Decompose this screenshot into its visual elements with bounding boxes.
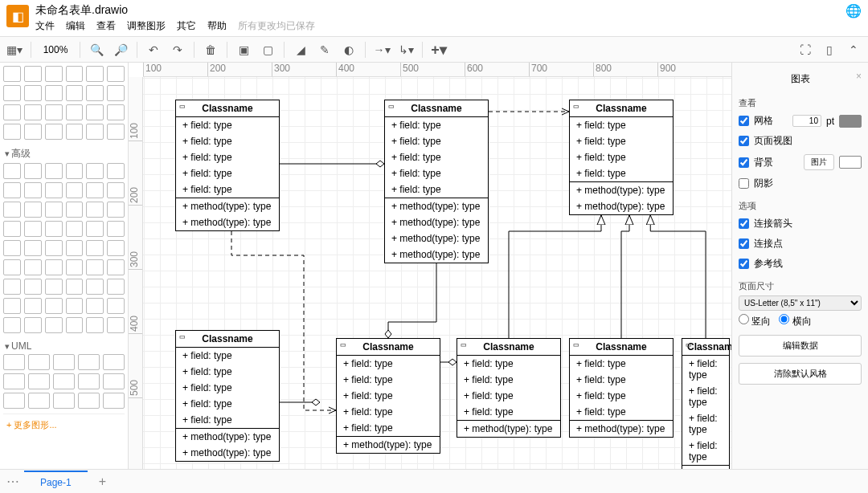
shape-stencil[interactable] [45,85,63,101]
shape-stencil[interactable] [3,104,21,120]
collapse-icon[interactable]: ⌃ [844,40,863,59]
close-panel-icon[interactable]: × [856,71,862,82]
shape-stencil[interactable] [24,163,42,179]
shape-stencil[interactable] [45,221,63,237]
bg-color-swatch[interactable] [839,156,862,169]
to-back-icon[interactable]: ▢ [258,40,277,59]
shape-stencil[interactable] [45,124,63,140]
shape-stencil[interactable] [103,373,125,389]
page-layout-btn[interactable]: ▦▾ [5,40,24,59]
shape-stencil[interactable] [3,317,21,333]
shape-stencil[interactable] [66,259,84,275]
shape-stencil[interactable] [86,182,104,198]
shape-stencil[interactable] [45,182,63,198]
redo-icon[interactable]: ↷ [168,40,187,59]
shape-stencil[interactable] [103,393,125,409]
shape-stencil[interactable] [107,202,125,218]
shape-stencil[interactable] [3,279,21,295]
shape-stencil[interactable] [28,354,50,370]
shape-stencil[interactable] [107,240,125,256]
undo-icon[interactable]: ↶ [144,40,163,59]
shape-stencil[interactable] [66,279,84,295]
shape-stencil[interactable] [3,298,21,314]
shadow-icon[interactable]: ◐ [339,40,358,59]
shape-stencil[interactable] [24,259,42,275]
shape-stencil[interactable] [3,393,25,409]
shape-stencil[interactable] [107,104,125,120]
shape-stencil[interactable] [66,163,84,179]
shape-stencil[interactable] [66,317,84,333]
to-front-icon[interactable]: ▣ [234,40,253,59]
conn-arrows-checkbox[interactable] [739,218,749,229]
shape-stencil[interactable] [45,259,63,275]
delete-icon[interactable]: 🗑 [201,40,220,59]
shape-stencil[interactable] [107,279,125,295]
shape-stencil[interactable] [66,66,84,82]
shadow-checkbox[interactable] [739,178,749,189]
language-icon[interactable]: 🌐 [845,3,862,18]
shape-stencil[interactable] [86,104,104,120]
shape-stencil[interactable] [107,124,125,140]
shape-stencil[interactable] [86,124,104,140]
shape-stencil[interactable] [45,298,63,314]
page-size-select[interactable]: US-Letter (8,5" x 11") [739,295,862,311]
shape-stencil[interactable] [86,259,104,275]
fullscreen-icon[interactable]: ⛶ [796,40,815,59]
shape-stencil[interactable] [86,240,104,256]
conn-points-checkbox[interactable] [739,238,749,249]
uml-class[interactable]: Classname+ field: type+ field: type+ fie… [175,100,280,231]
shape-stencil[interactable] [24,85,42,101]
shape-stencil[interactable] [66,221,84,237]
shape-stencil[interactable] [107,298,125,314]
shape-stencil[interactable] [86,317,104,333]
uml-class[interactable]: Classname+ field: type+ field: type+ fie… [384,100,489,263]
portrait-radio[interactable] [739,314,749,324]
shape-stencil[interactable] [107,221,125,237]
shape-stencil[interactable] [78,373,100,389]
page-tab-1[interactable]: Page-1 [24,471,88,493]
menu-other[interactable]: 其它 [177,19,196,33]
shape-stencil[interactable] [45,240,63,256]
shape-stencil[interactable] [53,373,75,389]
shape-stencil[interactable] [107,66,125,82]
menu-adjust[interactable]: 调整图形 [127,19,166,33]
background-checkbox[interactable] [739,157,749,168]
insert-icon[interactable]: +▾ [429,40,448,59]
section-uml[interactable]: ▾ UML [3,338,125,354]
shape-stencil[interactable] [45,163,63,179]
section-advanced[interactable]: ▾ 高级 [3,145,125,163]
shape-stencil[interactable] [3,202,21,218]
line-color-icon[interactable]: ✎ [315,40,334,59]
guides-checkbox[interactable] [739,259,749,269]
shape-stencil[interactable] [3,182,21,198]
uml-class[interactable]: Classname+ field: type+ field: type+ fie… [682,338,730,469]
document-title[interactable]: 未命名表单.drawio [35,3,839,18]
zoom-select[interactable]: 100% [38,44,73,55]
shape-stencil[interactable] [66,104,84,120]
shape-stencil[interactable] [66,298,84,314]
uml-class[interactable]: Classname+ field: type+ field: type+ fie… [569,100,674,215]
shape-stencil[interactable] [24,240,42,256]
shape-stencil[interactable] [3,240,21,256]
shape-stencil[interactable] [107,317,125,333]
shape-stencil[interactable] [86,202,104,218]
shape-stencil[interactable] [3,373,25,389]
uml-class[interactable]: Classname+ field: type+ field: type+ fie… [457,338,561,438]
shape-stencil[interactable] [45,317,63,333]
uml-class[interactable]: Classname+ field: type+ field: type+ fie… [569,338,674,438]
shape-stencil[interactable] [78,354,100,370]
shape-stencil[interactable] [24,298,42,314]
shape-stencil[interactable] [28,393,50,409]
waypoint-icon[interactable]: ↳▾ [396,40,416,59]
shape-stencil[interactable] [3,354,25,370]
shape-stencil[interactable] [24,182,42,198]
grid-color-swatch[interactable] [839,115,862,128]
edit-data-btn[interactable]: 编辑数据 [739,335,862,357]
shape-stencil[interactable] [3,163,21,179]
shape-stencil[interactable] [86,163,104,179]
shape-stencil[interactable] [24,66,42,82]
shape-stencil[interactable] [45,202,63,218]
pageview-checkbox[interactable] [739,136,749,146]
shape-stencil[interactable] [107,85,125,101]
shape-stencil[interactable] [3,259,21,275]
